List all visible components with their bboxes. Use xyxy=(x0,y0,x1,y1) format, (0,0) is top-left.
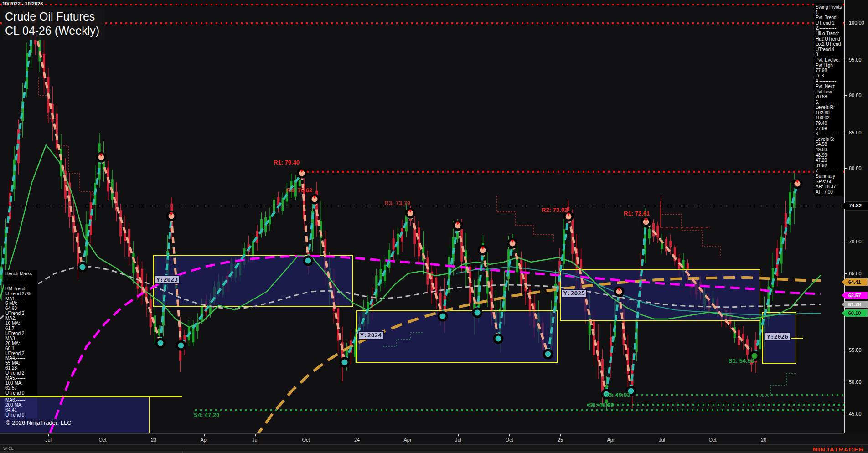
chart-title-line2: CL 04-26 (Weekly) xyxy=(5,24,99,38)
ma-value-badge: 64.41 xyxy=(842,278,868,286)
support-pivot-label: S1: 54.58 xyxy=(728,357,754,364)
upswing-line xyxy=(443,226,458,316)
time-tick-label: Jul xyxy=(659,437,665,443)
pivot-low-marker xyxy=(494,335,502,343)
time-tick-mark xyxy=(713,434,713,436)
time-tick-mark xyxy=(357,434,357,436)
benchmarks-panel: Bench Marks ------------ BM Trend: UTren… xyxy=(4,270,37,398)
pivot-high-marker xyxy=(454,221,462,230)
chart-title: Crude Oil Futures CL 04-26 (Weekly) xyxy=(3,9,105,40)
pivot-high-marker xyxy=(564,212,573,221)
resistance-pivot-label: R4: 76.62 xyxy=(286,187,312,194)
instrument-tag: W CL xyxy=(3,446,14,451)
price-tick-mark xyxy=(845,242,847,242)
time-tick-mark xyxy=(408,434,408,436)
pivot-high-marker xyxy=(97,153,105,161)
time-tick-label: Oct xyxy=(708,437,716,443)
tab-divider xyxy=(182,451,183,453)
pivot-high-marker xyxy=(310,195,319,203)
pivot-low-marker xyxy=(439,312,447,320)
pivot-high-marker xyxy=(508,239,517,247)
support-pivot-label: S2: 49.83 xyxy=(604,391,630,398)
time-tick-label: Oct xyxy=(302,437,310,443)
pivot-high-marker xyxy=(793,180,801,188)
price-tick-mark xyxy=(845,382,847,382)
price-chart[interactable] xyxy=(0,0,844,433)
time-tick-label: 26 xyxy=(761,437,766,443)
price-tick-label: 65.00 xyxy=(849,271,862,276)
yellow-box-top-edge xyxy=(0,396,182,397)
price-tick-mark xyxy=(845,95,847,96)
price-tick-mark xyxy=(845,133,847,133)
price-tick-mark xyxy=(845,23,847,23)
price-tick-mark xyxy=(845,414,847,414)
stop-trail-red xyxy=(497,196,554,242)
pivot-low-marker xyxy=(304,257,312,265)
ma-value-badge: 61.28 xyxy=(842,301,868,308)
tab-strip[interactable] xyxy=(0,451,868,453)
ma-value-badge: 60.10 xyxy=(842,309,868,317)
time-tick-label: Jul xyxy=(252,437,258,443)
resistance-pivot-label: R2: 73.02 xyxy=(542,206,568,213)
price-tick-label: 50.00 xyxy=(849,379,862,385)
swing-pivots-panel: Swing Pivots 1.----------- Pvt. Trend: U… xyxy=(814,3,843,196)
chart-title-line1: Crude Oil Futures xyxy=(5,10,99,24)
time-tick-mark xyxy=(306,434,306,436)
time-axis[interactable]: JulOct23AprJulOct24AprJulOct25AprJulOct2… xyxy=(0,433,844,444)
price-axis[interactable]: 100.0095.0090.0085.0080.0070.0065.0055.0… xyxy=(845,0,868,433)
time-tick-mark xyxy=(509,434,510,436)
time-tick-mark xyxy=(255,434,256,436)
pivot-high-marker xyxy=(298,169,306,177)
pivot-low-marker xyxy=(177,341,185,350)
chart-canvas[interactable]: 10/2022 - 10/2026 R2: 100.02 Crude Oil F… xyxy=(0,0,845,433)
time-tick-label: Oct xyxy=(505,437,513,443)
downswing-line xyxy=(34,21,83,267)
time-tick-label: Apr xyxy=(403,437,411,443)
pivot-high-marker xyxy=(406,209,414,217)
price-tick-label: 100.00 xyxy=(849,20,864,26)
time-tick-mark xyxy=(48,434,49,436)
year-marker-label: Y:2023 xyxy=(154,275,180,284)
time-tick-mark xyxy=(458,434,459,436)
price-tick-label: 70.00 xyxy=(849,239,862,244)
time-tick-label: 25 xyxy=(558,437,563,443)
time-tick-label: 24 xyxy=(354,437,360,443)
current-price-marker: 74.82 xyxy=(842,202,868,211)
time-tick-mark xyxy=(611,434,611,436)
upswing-line xyxy=(83,157,101,267)
price-tick-label: 55.00 xyxy=(849,347,862,353)
time-tick-mark xyxy=(154,434,154,436)
time-tick-mark xyxy=(560,434,561,436)
pivot-low-marker xyxy=(78,263,87,271)
time-tick-mark xyxy=(662,434,662,436)
price-tick-mark xyxy=(845,273,847,274)
pivot-low-marker xyxy=(544,350,552,358)
price-tick-label: 95.00 xyxy=(849,57,862,62)
status-bar: W CL NINJATRADER xyxy=(0,444,868,453)
price-tick-mark xyxy=(845,168,847,169)
pivot-low-marker xyxy=(473,309,481,317)
stop-trail-green xyxy=(757,374,796,396)
year-marker-label: Y:2026 xyxy=(765,332,790,341)
year-marker-label: Y:2025 xyxy=(561,289,587,298)
pivot-high-marker xyxy=(167,212,176,220)
year-range-box xyxy=(154,255,353,306)
ninjatrader-window: 10/2022 - 10/2026 R2: 100.02 Crude Oil F… xyxy=(0,0,868,453)
ma-value-badge: 62.57 xyxy=(842,292,868,299)
time-tick-label: Apr xyxy=(607,437,615,443)
time-tick-label: Oct xyxy=(98,437,106,443)
benchmarks-panel-ma6: MA6.------ 200 MA: 64.41 UTrend 0 xyxy=(4,397,37,418)
support-pivot-label: S4: 47.20 xyxy=(194,412,219,418)
time-tick-label: Jul xyxy=(455,437,461,443)
resistance-pivot-label: R1: 72.61 xyxy=(624,210,650,217)
resistance-pivot-label: R1: 79.40 xyxy=(274,159,300,166)
price-tick-mark xyxy=(845,350,847,350)
downswing-line xyxy=(458,226,477,313)
time-tick-mark xyxy=(204,434,205,436)
copyright-label: © 2026 NinjaTrader, LLC xyxy=(6,419,72,426)
time-tick-mark xyxy=(103,434,103,436)
resistance-pivot-label: R3: 73.79 xyxy=(384,200,410,206)
year-marker-label: Y:2024 xyxy=(358,331,384,340)
pivot-high-marker xyxy=(642,218,650,226)
price-tick-label: 80.00 xyxy=(849,165,862,171)
